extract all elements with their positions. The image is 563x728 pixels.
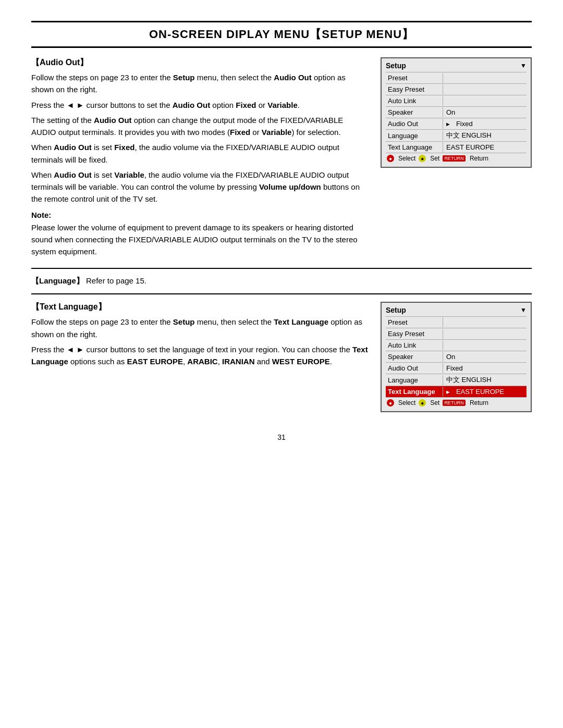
osd-row-speaker-1: Speaker On [386, 106, 527, 118]
text-language-para-2: Press the ◄ ► cursor buttons to set the … [31, 343, 368, 368]
osd-menu-1-down-arrow: ▼ [520, 62, 527, 69]
text-language-para-1: Follow the steps on page 23 to enter the… [31, 316, 368, 340]
audio-out-para-4: When Audio Out is set Fixed, the audio v… [31, 141, 368, 166]
osd-row-speaker-2: Speaker On [386, 351, 527, 362]
osd-row-text-language-2-value: EAST EUROPE [453, 387, 527, 397]
note-label: Note: [31, 211, 368, 219]
osd-row-audio-out-1-label: Audio Out [386, 119, 443, 129]
page-title: ON-SCREEN DIPLAY MENU【SETUP MENU】 [31, 21, 532, 48]
osd-row-language-1-value: 中文 ENGLISH [443, 130, 527, 141]
text-language-text-col: 【Text Language】 Follow the steps on page… [31, 302, 368, 371]
osd-row-text-language-1-value: EAST EUROPE [443, 142, 527, 152]
osd-row-speaker-1-value: On [443, 107, 527, 117]
set-btn-icon-2: ● [419, 399, 426, 406]
osd-row-text-language-2-label: Text Language [386, 387, 443, 397]
osd-row-easy-preset-2-label: Easy Preset [386, 329, 443, 339]
osd-row-speaker-2-label: Speaker [386, 352, 443, 362]
osd-menu-2-title: Setup [386, 306, 520, 314]
osd-row-preset-2-label: Preset [386, 317, 443, 327]
note-text: Please lower the volume of equipment to … [31, 221, 368, 258]
osd-row-audio-out-2-label: Audio Out [386, 363, 443, 373]
audio-out-para-3: The setting of the Audio Out option can … [31, 114, 368, 139]
osd-row-easy-preset-2: Easy Preset [386, 328, 527, 339]
osd-row-language-2: Language 中文 ENGLISH [386, 374, 527, 386]
osd-menu-1-footer: ● Select ● Set RETURN Return [386, 153, 527, 164]
osd-row-preset-1: Preset [386, 72, 527, 83]
return-badge-2: RETURN [443, 400, 466, 406]
select-btn-icon-2: ● [387, 399, 394, 406]
osd-row-text-language-1: Text Language EAST EUROPE [386, 141, 527, 153]
return-label-2: Return [470, 399, 488, 406]
osd-menu-2-title-row: Setup ▼ [386, 306, 527, 314]
text-language-heading: 【Text Language】 [31, 302, 368, 313]
text-language-section: 【Text Language】 Follow the steps on page… [31, 302, 532, 412]
osd-row-easy-preset-1: Easy Preset [386, 83, 527, 95]
osd-row-audio-out-1: Audio Out ► Fixed [386, 118, 527, 129]
osd-row-audio-out-2-value: Fixed [443, 363, 527, 373]
osd-row-text-language-1-label: Text Language [386, 142, 443, 152]
audio-out-heading: 【Audio Out】 [31, 57, 368, 68]
select-label-2: Select [398, 399, 415, 406]
osd-menu-2: Setup ▼ Preset Easy Preset Auto Link Spe… [381, 302, 532, 412]
osd-menu-1-title-row: Setup ▼ [386, 61, 527, 70]
osd-row-text-language-2-arrow: ► [443, 389, 453, 395]
osd-row-speaker-2-value: On [443, 352, 527, 362]
osd-row-auto-link-2-label: Auto Link [386, 340, 443, 350]
osd-row-preset-1-label: Preset [386, 73, 443, 83]
osd-menu-1: Setup ▼ Preset Easy Preset Auto Link Spe… [381, 57, 532, 168]
osd-menu-1-container: Setup ▼ Preset Easy Preset Auto Link Spe… [381, 57, 532, 168]
osd-menu-2-down-arrow: ▼ [520, 306, 527, 314]
return-badge-1: RETURN [443, 155, 466, 162]
osd-row-speaker-1-label: Speaker [386, 107, 443, 117]
set-label-1: Set [430, 155, 439, 162]
section-divider-1 [31, 268, 532, 269]
select-btn-icon: ● [387, 155, 394, 162]
section-divider-2 [31, 293, 532, 294]
audio-out-para-5: When Audio Out is set Variable, the audi… [31, 169, 368, 205]
language-ref: 【Language】 Refer to page 15. [31, 276, 532, 286]
osd-menu-2-container: Setup ▼ Preset Easy Preset Auto Link Spe… [381, 302, 532, 412]
osd-row-easy-preset-1-label: Easy Preset [386, 84, 443, 94]
osd-row-audio-out-1-value: Fixed [453, 119, 527, 129]
audio-out-para-2: Press the ◄ ► cursor buttons to set the … [31, 99, 368, 111]
osd-row-language-1-label: Language [386, 131, 443, 141]
osd-row-language-2-value: 中文 ENGLISH [443, 374, 527, 386]
osd-row-audio-out-2: Audio Out Fixed [386, 362, 527, 374]
osd-row-auto-link-1-label: Auto Link [386, 96, 443, 106]
osd-row-preset-2: Preset [386, 316, 527, 328]
audio-out-section: 【Audio Out】 Follow the steps on page 23 … [31, 57, 532, 261]
osd-menu-2-footer: ● Select ● Set RETURN Return [386, 397, 527, 408]
audio-out-text-col: 【Audio Out】 Follow the steps on page 23 … [31, 57, 368, 261]
language-ref-text: 【Language】 [31, 276, 84, 285]
set-btn-icon: ● [419, 155, 426, 162]
osd-row-auto-link-2: Auto Link [386, 339, 527, 351]
osd-row-language-2-label: Language [386, 375, 443, 385]
page-number: 31 [31, 433, 532, 441]
return-label-1: Return [470, 155, 488, 162]
osd-row-language-1: Language 中文 ENGLISH [386, 129, 527, 141]
select-label-1: Select [398, 155, 415, 162]
osd-menu-1-title: Setup [386, 61, 520, 70]
set-label-2: Set [430, 399, 439, 406]
osd-row-audio-out-1-arrow: ► [443, 121, 453, 127]
osd-row-auto-link-1: Auto Link [386, 95, 527, 106]
audio-out-para-1: Follow the steps on page 23 to enter the… [31, 71, 368, 96]
osd-row-text-language-2: Text Language ► EAST EUROPE [386, 386, 527, 397]
